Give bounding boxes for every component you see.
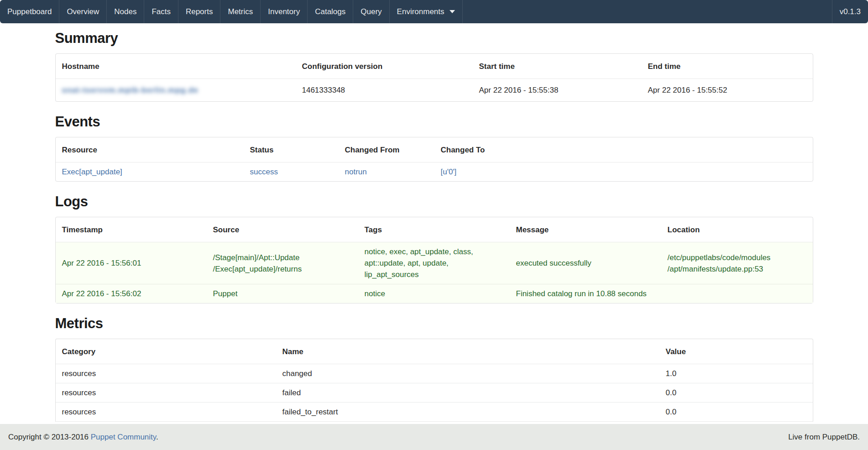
metric-category: resources [56,402,276,421]
log-timestamp: Apr 22 2016 - 15:56:01 [56,242,207,284]
nav-version-text: v0.1.3 [840,7,861,16]
summary-end-time: Apr 22 2016 - 15:55:52 [642,79,813,101]
nav-spacer [463,0,832,23]
metric-category: resources [56,364,276,383]
summary-col-config-version: Configuration version [296,54,473,79]
summary-heading: Summary [55,29,813,47]
logs-heading: Logs [55,193,813,211]
logs-col-message: Message [510,217,661,242]
nav-version-label: v0.1.3 [832,0,868,23]
metrics-header-row: Category Name Value [56,339,813,364]
logs-col-tags: Tags [358,217,510,242]
log-row: Apr 22 2016 - 15:56:02 Puppet notice Fin… [56,284,813,303]
event-status-cell: success [244,162,339,181]
nav-item-label: Query [361,7,382,16]
logs-col-timestamp: Timestamp [56,217,207,242]
events-heading: Events [55,113,813,131]
nav-item-label: Inventory [268,7,300,16]
nav-item-reports[interactable]: Reports [178,0,221,23]
metric-name: failed [276,383,659,402]
nav-item-label: Metrics [228,7,253,16]
nav-item-label: Reports [186,7,213,16]
event-changed-from-cell: notrun [339,162,434,181]
log-message: executed successfully [510,242,661,284]
metrics-col-value: Value [659,339,813,364]
nav-brand-puppetboard[interactable]: Puppetboard [0,0,59,23]
log-tags: notice, exec, apt_update, class, apt::up… [358,242,510,284]
logs-header-row: Timestamp Source Tags Message Location [56,217,813,242]
metric-name: failed_to_restart [276,402,659,421]
log-row: Apr 22 2016 - 15:56:01 /Stage[main]/Apt:… [56,242,813,284]
logs-col-source: Source [207,217,358,242]
logs-col-location: Location [661,217,813,242]
nav-dropdown-environments[interactable]: Environments [390,0,463,23]
log-source: Puppet [207,284,358,303]
nav-dropdown-environments-label: Environments [397,7,444,16]
nav-item-label: Overview [67,7,99,16]
summary-table: Hostname Configuration version Start tim… [55,53,813,102]
event-resource-cell: Exec[apt_update] [56,162,244,181]
metric-row: resources changed 1.0 [56,364,813,383]
nav-item-metrics[interactable]: Metrics [220,0,261,23]
log-message: Finished catalog run in 10.88 seconds [510,284,661,303]
chevron-down-icon [450,10,455,13]
log-location: /etc/puppetlabs/code/modules /apt/manife… [661,242,813,284]
summary-col-end-time: End time [642,54,813,79]
events-col-changed-from: Changed From [339,137,434,162]
events-table: Resource Status Changed From Changed To … [55,137,813,182]
log-tags: notice [358,284,510,303]
event-resource-link[interactable]: Exec[apt_update] [62,167,122,176]
metric-value: 0.0 [659,383,813,402]
metrics-table: Category Name Value resources changed 1.… [55,339,813,422]
summary-row: snat-tservvm.mpib-berlin.mpg.de 14613333… [56,79,813,101]
summary-hostname-cell: snat-tservvm.mpib-berlin.mpg.de [56,79,296,101]
nav-item-query[interactable]: Query [353,0,389,23]
events-col-resource: Resource [56,137,244,162]
nav-item-label: Nodes [114,7,136,16]
metric-value: 0.0 [659,402,813,421]
events-row: Exec[apt_update] success notrun [u'0'] [56,162,813,181]
metric-category: resources [56,383,276,402]
event-changed-to-cell: [u'0'] [434,162,813,181]
metric-row: resources failed 0.0 [56,383,813,402]
log-location [661,284,813,303]
metric-name: changed [276,364,659,383]
log-timestamp: Apr 22 2016 - 15:56:02 [56,284,207,303]
metric-value: 1.0 [659,364,813,383]
event-status-link[interactable]: success [250,167,278,176]
events-header-row: Resource Status Changed From Changed To [56,137,813,162]
navbar: Puppetboard Overview Nodes Facts Reports… [0,0,868,23]
nav-item-label: Catalogs [315,7,345,16]
events-col-status: Status [244,137,339,162]
event-changed-from-link[interactable]: notrun [345,167,367,176]
hostname-link[interactable]: snat-tservvm.mpib-berlin.mpg.de [62,86,199,94]
summary-col-start-time: Start time [473,54,642,79]
summary-config-version: 1461333348 [296,79,473,101]
nav-item-overview[interactable]: Overview [59,0,107,23]
nav-brand-label: Puppetboard [7,7,52,16]
metrics-col-name: Name [276,339,659,364]
main-content: Summary Hostname Configuration version S… [55,29,813,422]
log-source: /Stage[main]/Apt::Update /Exec[apt_updat… [207,242,358,284]
nav-item-label: Facts [152,7,171,16]
nav-item-catalogs[interactable]: Catalogs [308,0,353,23]
logs-table: Timestamp Source Tags Message Location A… [55,217,813,303]
nav-item-inventory[interactable]: Inventory [261,0,308,23]
nav-item-facts[interactable]: Facts [144,0,178,23]
metrics-heading: Metrics [55,314,813,333]
metric-row: resources failed_to_restart 0.0 [56,402,813,421]
event-changed-to-link[interactable]: [u'0'] [441,167,457,176]
summary-header-row: Hostname Configuration version Start tim… [56,54,813,79]
events-col-changed-to: Changed To [434,137,813,162]
metrics-col-category: Category [56,339,276,364]
summary-col-hostname: Hostname [56,54,296,79]
nav-item-nodes[interactable]: Nodes [107,0,144,23]
summary-start-time: Apr 22 2016 - 15:55:38 [473,79,642,101]
